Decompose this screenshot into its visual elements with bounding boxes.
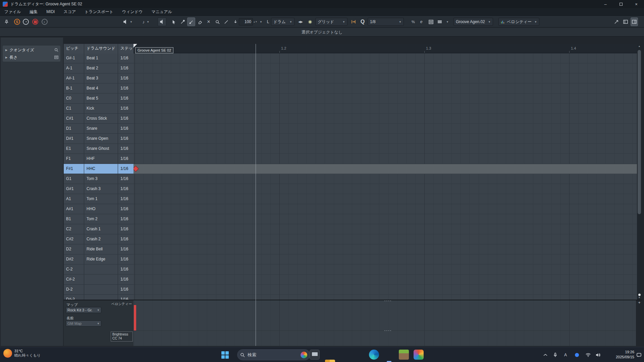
ime-indicator[interactable]: A	[564, 347, 567, 362]
drum-row[interactable]: F#1 HHC 1/16	[64, 164, 133, 174]
minecraft-icon[interactable]	[399, 350, 409, 360]
insert-velocity-input[interactable]: 100	[239, 18, 253, 25]
drum-row[interactable]: D#1 Snare Open 1/16	[64, 134, 133, 144]
drum-row[interactable]: C-2 1/16	[64, 264, 133, 275]
edge-icon[interactable]	[369, 350, 379, 360]
velocity-spinner[interactable]: ▲▼	[254, 17, 257, 26]
expand-icon[interactable]: ◀▶	[297, 17, 305, 26]
cc-lane-label[interactable]: Brightness CC 74	[111, 331, 133, 342]
grid-type-icon[interactable]	[350, 17, 358, 26]
drum-row[interactable]: G#-1 Beat 1 1/16	[64, 53, 133, 63]
scroll-down-arrow[interactable]: ▼	[637, 296, 642, 299]
event-bars-icon[interactable]	[427, 17, 435, 26]
project-cursor-line[interactable]	[256, 44, 256, 346]
zoom-slider-dot[interactable]	[638, 294, 641, 296]
inspector-section-length[interactable]: ▶ 長さ	[3, 53, 60, 62]
drum-row[interactable]: B1 Tom 2 1/16	[64, 214, 133, 224]
maximize-button[interactable]	[613, 0, 629, 8]
drum-row[interactable]: D1 Snare 1/16	[64, 124, 133, 134]
zoom-in-button[interactable]: +	[637, 300, 642, 305]
part-dropdown[interactable]: Groove Agen.02▼	[453, 18, 493, 26]
paint-app-icon[interactable]	[414, 350, 424, 360]
drum-row[interactable]: A-1 Beat 2 1/16	[64, 63, 133, 73]
drum-row[interactable]: C0 Beat 5 1/16	[64, 94, 133, 104]
menu-item[interactable]: スコア	[59, 8, 80, 15]
zoom-tool-button[interactable]	[213, 17, 221, 26]
grid-dropdown[interactable]: グリッド▼	[315, 18, 347, 26]
velocity-dropdown-arrow[interactable]: ▼	[258, 17, 262, 26]
layers-icon[interactable]	[436, 17, 443, 26]
timeline-ruler[interactable]: Groove Agent SE 02 1.21.31.4	[133, 44, 637, 53]
drum-row[interactable]: B-1 Beat 4 1/16	[64, 83, 133, 94]
controller-lane[interactable]	[133, 300, 636, 346]
menu-item[interactable]: ファイル	[0, 8, 25, 15]
clock[interactable]: 19:26 2025/09/15	[609, 350, 634, 360]
eraser-tool-button[interactable]	[196, 17, 204, 26]
drum-row[interactable]: D#2 Ride Edge 1/16	[64, 254, 133, 264]
header-sound[interactable]: ドラムサウンド	[84, 44, 118, 53]
drum-row[interactable]: C#-2 1/16	[64, 275, 133, 285]
acoustic-feedback-button[interactable]: ▼	[121, 17, 134, 26]
drum-row[interactable]: C#1 Cross Stick 1/16	[64, 114, 133, 124]
minimize-button[interactable]: –	[598, 0, 613, 8]
volume-icon[interactable]	[596, 347, 600, 362]
part-name-label[interactable]: Groove Agent SE 02	[135, 47, 173, 53]
drum-row[interactable]: D-2 1/16	[64, 285, 133, 295]
microphone-icon[interactable]	[553, 347, 557, 362]
drum-row[interactable]: C1 Kick 1/16	[64, 104, 133, 114]
speaker-button[interactable]	[158, 17, 166, 26]
controller-dropdown[interactable]: ベロシティー▼	[498, 18, 539, 26]
file-explorer-icon[interactable]	[325, 360, 335, 362]
insert-mode-dropdown[interactable]: ドラム▼	[271, 18, 294, 26]
name-dropdown[interactable]: GM Map▼	[66, 320, 101, 326]
start-button[interactable]	[221, 351, 229, 359]
app-icon-display[interactable]	[310, 350, 320, 360]
drum-row[interactable]: G#1 Crash 3 1/16	[64, 184, 133, 194]
drumstick-tool-button[interactable]	[187, 17, 195, 26]
select-tool-button[interactable]	[170, 17, 178, 26]
wifi-icon[interactable]	[586, 347, 591, 362]
menu-item[interactable]: 編集	[25, 8, 42, 15]
mute-tool-button[interactable]: ×	[205, 17, 213, 26]
drum-row[interactable]: A#1 HHO 1/16	[64, 204, 133, 214]
auto-scroll-button[interactable]: ◔	[22, 17, 30, 26]
snap-button[interactable]	[306, 17, 314, 26]
quantize-edit-button[interactable]: e	[418, 17, 425, 26]
header-step[interactable]: ステップ	[118, 44, 133, 53]
drum-row[interactable]: F1 HHF 1/16	[64, 154, 133, 164]
scrollbar-thumb[interactable]	[638, 50, 641, 214]
line-tool-button[interactable]	[222, 17, 230, 26]
drum-row[interactable]: A1 Tom 1 1/16	[64, 194, 133, 204]
weather-widget[interactable]: 31°C 晴れ時々くもり	[3, 349, 41, 358]
scroll-up-arrow[interactable]: ▲	[637, 45, 642, 47]
drum-row[interactable]: C2 Crash 1 1/16	[64, 224, 133, 234]
close-button[interactable]: ×	[629, 0, 644, 8]
drum-row[interactable]: E1 Snare Ghost 1/16	[64, 144, 133, 154]
velocity-lane-label[interactable]: ベロシティー	[111, 302, 132, 306]
drum-row[interactable]: A#-1 Beat 3 1/16	[64, 73, 133, 83]
layers-dropdown-arrow[interactable]: ▼	[444, 17, 449, 26]
window-layout-left-icon[interactable]	[622, 17, 629, 26]
map-dropdown[interactable]: Rock Kit 3 - Gr.▼	[66, 307, 101, 313]
quantize-percent-button[interactable]: %	[410, 17, 417, 26]
solo-button[interactable]: S	[13, 17, 21, 26]
record-button[interactable]	[32, 17, 39, 26]
drum-row[interactable]: D2 Ride Bell 1/16	[64, 244, 133, 254]
note-display-button[interactable]: ♪▼	[140, 17, 152, 26]
tray-app-blue-icon[interactable]	[575, 347, 579, 362]
tray-chevron-up-icon[interactable]	[543, 347, 547, 362]
loop-button[interactable]: ◐	[41, 17, 48, 26]
window-layout-right-icon[interactable]	[631, 17, 638, 26]
drum-row[interactable]: D#-2 1/16	[64, 295, 133, 300]
header-pitch[interactable]: ピッチ	[64, 44, 84, 53]
search-box[interactable]: 検索	[237, 349, 310, 360]
menu-item[interactable]: マニュアル	[147, 8, 176, 15]
notification-center-icon[interactable]	[637, 347, 641, 362]
open-in-window-icon[interactable]	[612, 17, 620, 26]
paint-tool-button[interactable]	[178, 17, 186, 26]
menu-item[interactable]: MIDI	[42, 8, 59, 15]
menu-item[interactable]: ウィンドウ	[118, 8, 147, 15]
quantize-dropdown[interactable]: 1/8▼	[368, 18, 404, 26]
menu-item[interactable]: トランスポート	[80, 8, 118, 15]
note-grid[interactable]	[133, 53, 637, 300]
